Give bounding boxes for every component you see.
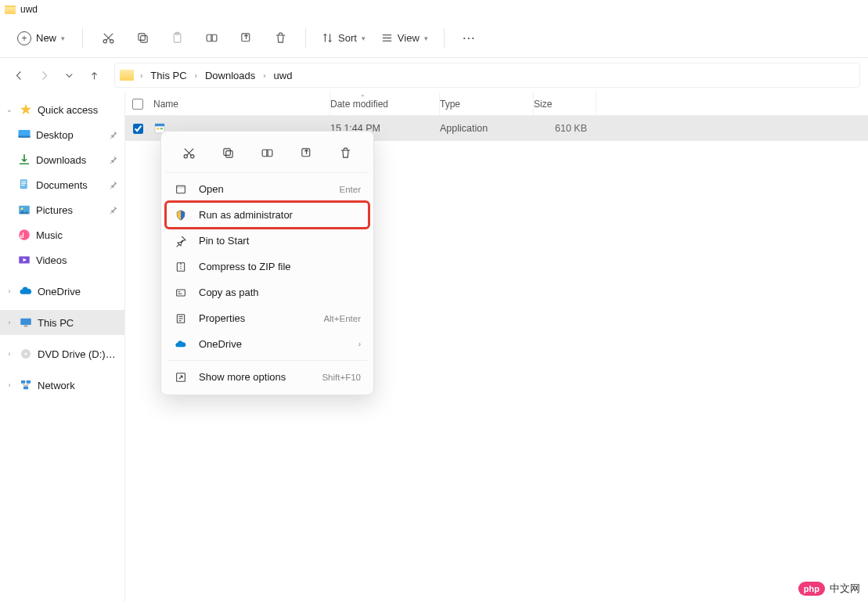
share-button[interactable] [230,24,261,52]
view-label: View [398,32,420,44]
chevron-down-icon: ▾ [61,34,65,42]
ctx-label: Properties [199,312,312,324]
sidebar-item-pictures[interactable]: Pictures [0,197,124,222]
star-icon [19,103,33,117]
ctx-label: Show more options [199,371,311,383]
navbar: › This PC › Downloads › uwd [0,58,868,92]
ctx-rename-button[interactable] [254,141,280,164]
sidebar-item-downloads[interactable]: Downloads [0,147,124,172]
rename-button[interactable] [196,24,227,52]
recent-dropdown[interactable] [58,64,80,86]
ctx-delete-button[interactable] [333,141,359,164]
sidebar-onedrive[interactable]: › OneDrive [0,279,124,304]
chevron-down-icon: ▾ [362,34,366,42]
sidebar: ⌄ Quick access Desktop Downloads Documen… [0,92,125,602]
context-menu: Open Enter Run as administrator Pin to S… [160,131,374,395]
svg-rect-11 [20,179,27,189]
ctx-accelerator: Enter [340,185,362,194]
select-all-checkbox[interactable] [125,99,150,110]
separator [82,28,83,49]
svg-rect-27 [155,124,164,126]
ctx-label: Open [199,183,329,195]
svg-point-17 [19,229,30,240]
pin-icon [109,205,118,214]
sidebar-label: Network [38,380,118,391]
chevron-right-icon: › [5,350,14,358]
chevron-right-icon: › [261,71,267,80]
sidebar-dvd-drive[interactable]: › DVD Drive (D:) esd2i [0,341,124,366]
breadcrumb-segment[interactable]: uwd [269,67,297,85]
copy-button[interactable] [127,24,158,52]
row-checkbox[interactable] [125,124,150,134]
back-button[interactable] [8,64,30,86]
ctx-onedrive[interactable]: OneDrive › [166,331,369,357]
sidebar-label: Pictures [36,204,104,216]
more-button[interactable]: ··· [454,24,485,52]
sidebar-network[interactable]: › Network [0,373,124,398]
chevron-right-icon: › [358,340,361,348]
file-size: 610 KB [534,123,596,134]
chevron-right-icon: › [5,381,14,389]
ctx-share-button[interactable] [294,141,320,164]
ctx-properties[interactable]: Properties Alt+Enter [166,305,369,331]
up-button[interactable] [83,64,105,86]
column-date[interactable]: Date modified [330,92,440,115]
sort-button[interactable]: Sort ▾ [315,27,372,49]
ctx-copy-button[interactable] [214,141,241,164]
sidebar-item-desktop[interactable]: Desktop [0,122,124,147]
ctx-accelerator: Alt+Enter [323,314,361,323]
paste-button[interactable] [161,24,193,52]
cut-button[interactable] [92,24,124,52]
column-size[interactable]: Size [534,92,596,115]
shield-icon [174,208,188,222]
ctx-pin-to-start[interactable]: Pin to Start [166,228,369,254]
column-name[interactable]: Name [150,92,330,115]
monitor-icon [19,315,33,330]
view-button[interactable]: View ▾ [375,27,434,49]
cloud-icon [19,284,33,298]
ctx-cut-button[interactable] [175,141,202,164]
chevron-right-icon: › [139,71,144,80]
svg-rect-13 [21,183,26,184]
ctx-label: Copy as path [199,287,361,298]
separator [305,28,306,49]
svg-rect-23 [21,380,25,384]
chevron-right-icon: › [193,71,199,80]
svg-rect-3 [138,34,145,41]
new-button[interactable]: + New ▾ [9,27,73,50]
sidebar-item-documents[interactable]: Documents [0,172,124,197]
delete-button[interactable] [265,24,296,52]
network-icon [19,378,33,392]
ctx-show-more-options[interactable]: Show more options Shift+F10 [166,364,369,390]
breadcrumb-segment[interactable]: Downloads [200,67,260,85]
svg-rect-2 [140,36,147,43]
download-icon [17,153,31,167]
expand-icon [174,370,188,384]
documents-icon [17,178,31,192]
disc-icon [19,347,33,361]
breadcrumb-segment[interactable]: This PC [146,67,191,85]
column-type[interactable]: Type [440,92,534,115]
sidebar-item-music[interactable]: Music [0,222,124,247]
zip-icon [174,260,188,274]
svg-rect-38 [177,186,185,188]
svg-rect-32 [225,150,232,157]
sidebar-quick-access[interactable]: ⌄ Quick access [0,97,124,122]
sidebar-item-videos[interactable]: Videos [0,247,124,272]
sidebar-this-pc[interactable]: › This PC [0,310,124,335]
svg-rect-12 [21,182,26,182]
pin-icon [109,180,118,189]
ctx-run-as-administrator[interactable]: Run as administrator [166,202,369,228]
watermark-badge: php [798,582,825,596]
ctx-copy-as-path[interactable]: Copy as path [166,279,369,305]
context-quick-actions [166,136,369,173]
sidebar-label: Downloads [36,154,104,166]
titlebar: uwd [0,0,868,19]
ctx-open[interactable]: Open Enter [166,176,369,202]
breadcrumb[interactable]: › This PC › Downloads › uwd [114,63,860,88]
sidebar-label: This PC [38,317,118,329]
svg-point-22 [25,353,27,355]
path-icon [174,286,188,300]
ctx-compress-zip[interactable]: Compress to ZIP file [166,254,369,279]
forward-button[interactable] [33,64,55,86]
